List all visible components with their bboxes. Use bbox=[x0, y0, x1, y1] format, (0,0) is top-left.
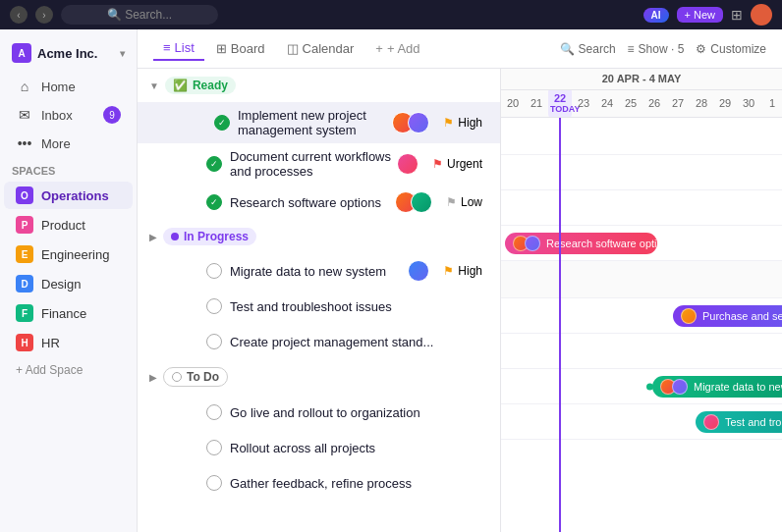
ai-button[interactable]: AI bbox=[643, 8, 669, 23]
show-button[interactable]: ≡ Show · 5 bbox=[628, 42, 685, 56]
task-checkbox[interactable] bbox=[206, 404, 222, 420]
add-view-button[interactable]: + + Add bbox=[365, 37, 429, 60]
gantt-dates-row: 20 21 22 TODAY 23 24 25 26 27 28 29 30 bbox=[501, 90, 782, 117]
forward-button[interactable]: › bbox=[35, 6, 53, 24]
search-bar[interactable]: 🔍 Search... bbox=[61, 5, 218, 25]
search-button[interactable]: 🔍 Search bbox=[560, 42, 616, 56]
chevron-down-icon: ▾ bbox=[120, 48, 125, 59]
add-space-button[interactable]: + Add Space bbox=[4, 358, 133, 382]
avatar[interactable] bbox=[751, 4, 772, 26]
customize-button[interactable]: ⚙ Customize bbox=[696, 42, 766, 56]
table-row[interactable]: Create project management stand... bbox=[138, 324, 500, 359]
task-checkbox[interactable] bbox=[206, 263, 222, 279]
status-dot bbox=[172, 372, 182, 382]
sidebar-item-product[interactable]: P Product bbox=[4, 211, 133, 239]
add-space-label: + Add Space bbox=[16, 363, 83, 377]
task-avatars bbox=[401, 191, 432, 213]
sidebar-item-design[interactable]: D Design bbox=[4, 270, 133, 297]
gantt-bar-migrate[interactable]: Migrate data to new system bbox=[652, 376, 782, 398]
inbox-icon: ✉ bbox=[16, 107, 33, 123]
today-line bbox=[559, 118, 561, 532]
avatar bbox=[408, 112, 429, 133]
task-checkbox[interactable] bbox=[206, 334, 222, 349]
tab-board[interactable]: ⊞ Board bbox=[206, 37, 275, 60]
priority-badge: ⚑ High bbox=[437, 114, 488, 132]
table-row[interactable]: Document current workflows and processes… bbox=[138, 143, 500, 185]
grid-icon[interactable]: ⊞ bbox=[731, 7, 743, 23]
task-text: Create project management stand... bbox=[230, 335, 488, 349]
section-todo[interactable]: ▶ To Do bbox=[138, 359, 500, 395]
gantt-date: 27 bbox=[666, 93, 690, 113]
todo-badge: To Do bbox=[163, 367, 228, 387]
gantt-bar-test[interactable]: Test and troubleshoot issues bbox=[696, 411, 782, 433]
gantt-date: 26 bbox=[642, 93, 666, 113]
today-label: TODAY bbox=[550, 104, 570, 114]
section-ready[interactable]: ▼ ✅ Ready bbox=[138, 69, 500, 102]
table-row[interactable]: Gather feedback, refine process bbox=[138, 465, 500, 501]
sidebar: A Acme Inc. ▾ ⌂ Home ✉ Inbox 9 ••• More … bbox=[0, 29, 138, 532]
task-checkbox[interactable] bbox=[206, 194, 222, 210]
tab-label: Calendar bbox=[303, 41, 355, 56]
gantt-body: Research software options Purchase and s… bbox=[501, 118, 782, 532]
space-icon: F bbox=[16, 304, 33, 322]
sidebar-item-engineering[interactable]: E Engineering bbox=[4, 240, 133, 268]
sidebar-item-label: More bbox=[41, 136, 71, 151]
new-button[interactable]: + New bbox=[677, 7, 724, 23]
table-row[interactable]: Migrate data to new system ⚑ High bbox=[138, 253, 500, 289]
table-row[interactable]: Implement new project management system … bbox=[138, 102, 500, 143]
header-right: 🔍 Search ≡ Show · 5 ⚙ Customize bbox=[560, 42, 766, 56]
priority-badge: ⚑ High bbox=[437, 262, 488, 280]
task-text: Migrate data to new system bbox=[230, 264, 406, 279]
tab-list[interactable]: ≡ List bbox=[153, 36, 204, 61]
list-icon: ≡ bbox=[163, 40, 171, 55]
brand[interactable]: A Acme Inc. ▾ bbox=[0, 37, 137, 73]
space-icon: D bbox=[16, 275, 33, 293]
table-row[interactable]: Test and troubleshoot issues bbox=[138, 289, 500, 324]
task-checkbox[interactable] bbox=[206, 440, 222, 455]
sidebar-item-inbox[interactable]: ✉ Inbox 9 bbox=[4, 101, 133, 129]
tab-calendar[interactable]: ◫ Calendar bbox=[277, 37, 364, 60]
task-checkbox[interactable] bbox=[206, 298, 222, 314]
gantt-header: 20 APR - 4 MAY 20 21 22 TODAY 23 24 25 2… bbox=[501, 69, 782, 118]
sidebar-item-finance[interactable]: F Finance bbox=[4, 299, 133, 327]
task-avatars bbox=[414, 260, 429, 282]
gantt-date: 1 bbox=[760, 93, 782, 113]
space-label: Design bbox=[41, 277, 81, 292]
gantt-row bbox=[501, 190, 782, 226]
topbar-right: AI + New ⊞ bbox=[643, 4, 773, 26]
gantt-row bbox=[501, 118, 782, 155]
sidebar-item-operations[interactable]: O Operations bbox=[4, 182, 133, 209]
sidebar-item-home[interactable]: ⌂ Home bbox=[4, 74, 133, 99]
table-row[interactable]: Research software options ⚑ Low bbox=[138, 185, 500, 220]
bar-label: Research software options bbox=[546, 238, 657, 249]
gantt-row: Test and troubleshoot issues bbox=[501, 404, 782, 440]
content-header: ≡ List ⊞ Board ◫ Calendar + + Add bbox=[138, 29, 782, 69]
search-icon: 🔍 bbox=[560, 42, 575, 56]
section-inprogress[interactable]: ▶ In Progress bbox=[138, 220, 500, 253]
status-dot bbox=[171, 233, 179, 240]
gantt-bar-purchase[interactable]: Purchase and setup new software bbox=[673, 305, 782, 327]
task-checkbox[interactable] bbox=[206, 475, 222, 491]
gantt-date: 21 bbox=[525, 93, 548, 113]
gantt-date: 20 bbox=[501, 93, 525, 113]
space-icon: O bbox=[16, 186, 33, 204]
sidebar-item-more[interactable]: ••• More bbox=[4, 131, 133, 156]
table-row[interactable]: Go live and rollout to organization bbox=[138, 395, 500, 430]
gantt-date-range: 20 APR - 4 MAY bbox=[501, 69, 782, 90]
sidebar-item-label: Inbox bbox=[41, 108, 73, 123]
table-row[interactable]: Rollout across all projects bbox=[138, 430, 500, 465]
task-area: ▼ ✅ Ready Implement new project manageme… bbox=[138, 69, 782, 532]
task-list: ▼ ✅ Ready Implement new project manageme… bbox=[138, 69, 501, 532]
sidebar-item-hr[interactable]: H HR bbox=[4, 329, 133, 356]
task-checkbox[interactable] bbox=[214, 115, 230, 131]
gear-icon: ⚙ bbox=[696, 42, 706, 56]
back-button[interactable]: ‹ bbox=[10, 6, 28, 24]
check-icon: ✅ bbox=[173, 79, 188, 92]
priority-label: High bbox=[458, 264, 482, 278]
task-checkbox[interactable] bbox=[206, 156, 222, 172]
gantt-bar-research[interactable]: Research software options bbox=[505, 233, 657, 254]
bar-avatars bbox=[660, 379, 688, 395]
home-icon: ⌂ bbox=[16, 79, 33, 94]
task-text: Test and troubleshoot issues bbox=[230, 299, 488, 314]
section-label: In Progress bbox=[184, 230, 249, 243]
